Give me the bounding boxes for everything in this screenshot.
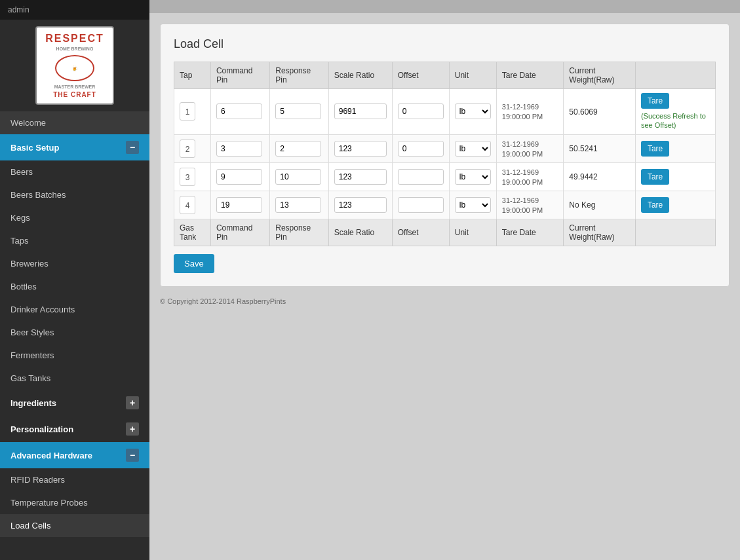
gas-tank-header-cell: Unit <box>449 219 496 246</box>
sidebar-item-bottles[interactable]: Bottles <box>0 275 149 298</box>
unit-select[interactable]: lbkg <box>455 197 491 213</box>
sidebar-item-kegs[interactable]: Kegs <box>0 206 149 229</box>
current-weight-cell: 49.9442 <box>564 162 636 191</box>
tap-cell: 1 <box>174 89 211 135</box>
col-tare-date: Tare Date <box>496 62 564 89</box>
response-pin-cell[interactable] <box>270 89 329 135</box>
page-title: Load Cell <box>174 37 716 51</box>
offset-cell[interactable] <box>392 89 449 135</box>
offset-cell[interactable] <box>392 134 449 162</box>
tare-button[interactable]: Tare <box>641 169 669 185</box>
col-command-pin: Command Pin <box>210 62 269 89</box>
tare-date-cell: 31-12-1969 19:00:00 PM <box>496 162 564 191</box>
command-pin-cell[interactable] <box>210 162 269 191</box>
sidebar-item-load-cells[interactable]: Load Cells <box>0 514 149 537</box>
unit-cell[interactable]: lbkg <box>449 191 496 219</box>
sidebar-section-personalization[interactable]: Personalization + <box>0 416 149 442</box>
load-cell-table: Tap Command Pin Response Pin Scale Ratio… <box>174 62 716 246</box>
command-pin-input[interactable] <box>216 197 262 213</box>
collapse-icon-2: − <box>126 449 139 462</box>
offset-cell[interactable] <box>392 162 449 191</box>
table-row: 4lbkg31-12-1969 19:00:00 PMNo KegTare <box>174 191 716 219</box>
top-bar <box>149 0 740 13</box>
table-row: 3lbkg31-12-1969 19:00:00 PM49.9442Tare <box>174 162 716 191</box>
sidebar-item-gas-tanks[interactable]: Gas Tanks <box>0 367 149 390</box>
collapse-icon: − <box>126 141 139 154</box>
response-pin-input[interactable] <box>275 103 321 119</box>
sidebar-item-beer-styles[interactable]: Beer Styles <box>0 321 149 344</box>
main-content: Load Cell Tap Command Pin Response Pin S… <box>149 0 740 560</box>
command-pin-cell[interactable] <box>210 89 269 135</box>
sidebar-item-breweries[interactable]: Breweries <box>0 252 149 275</box>
sidebar-item-beers[interactable]: Beers <box>0 160 149 183</box>
current-weight-cell: No Keg <box>564 191 636 219</box>
unit-select[interactable]: lbkg <box>455 103 491 119</box>
tare-date-cell: 31-12-1969 19:00:00 PM <box>496 134 564 162</box>
sidebar-item-drinker-accounts[interactable]: Drinker Accounts <box>0 298 149 321</box>
admin-label: admin <box>0 0 149 20</box>
command-pin-input[interactable] <box>216 169 262 185</box>
scale-ratio-cell[interactable] <box>328 191 392 219</box>
gas-tank-header-cell: Offset <box>392 219 449 246</box>
tap-cell: 2 <box>174 134 211 162</box>
tare-action-cell[interactable]: Tare <box>635 162 715 191</box>
offset-input[interactable] <box>398 169 444 185</box>
sidebar-item-rfid-readers[interactable]: RFID Readers <box>0 468 149 491</box>
sidebar: admin RESPECT HOME BREWING 🍺 MASTER BREW… <box>0 0 149 560</box>
save-button[interactable]: Save <box>174 254 214 273</box>
response-pin-input[interactable] <box>275 197 321 213</box>
scale-ratio-input[interactable] <box>334 197 387 213</box>
tare-action-cell[interactable]: Tare(Success Refresh to see Offset) <box>635 89 715 135</box>
offset-input[interactable] <box>398 141 444 157</box>
gas-tank-header-cell: Scale Ratio <box>328 219 392 246</box>
col-current-weight: Current Weight(Raw) <box>564 62 636 89</box>
gas-tank-header-row: Gas TankCommand PinResponse PinScale Rat… <box>174 219 716 246</box>
tare-button[interactable]: Tare <box>641 197 669 213</box>
current-weight-cell: 50.5241 <box>564 134 636 162</box>
sidebar-section-ingredients[interactable]: Ingredients + <box>0 390 149 416</box>
offset-input[interactable] <box>398 103 444 119</box>
scale-ratio-cell[interactable] <box>328 89 392 135</box>
table-row: 1lbkg31-12-1969 19:00:00 PM50.6069Tare(S… <box>174 89 716 135</box>
command-pin-input[interactable] <box>216 141 262 157</box>
gas-tank-header-cell: Response Pin <box>270 219 329 246</box>
response-pin-input[interactable] <box>275 141 321 157</box>
scale-ratio-input[interactable] <box>334 141 387 157</box>
sidebar-logo: RESPECT HOME BREWING 🍺 MASTER BREWER THE… <box>0 20 149 111</box>
tare-button[interactable]: Tare <box>641 93 669 109</box>
sidebar-item-fermenters[interactable]: Fermenters <box>0 344 149 367</box>
command-pin-cell[interactable] <box>210 134 269 162</box>
col-tare-action <box>635 62 715 89</box>
sidebar-item-welcome[interactable]: Welcome <box>0 111 149 134</box>
sidebar-item-taps[interactable]: Taps <box>0 229 149 252</box>
response-pin-input[interactable] <box>275 169 321 185</box>
unit-select[interactable]: lbkg <box>455 141 491 157</box>
table-row: 2lbkg31-12-1969 19:00:00 PM50.5241Tare <box>174 134 716 162</box>
unit-cell[interactable]: lbkg <box>449 134 496 162</box>
sidebar-section-advanced-hardware[interactable]: Advanced Hardware − <box>0 442 149 468</box>
tare-action-cell[interactable]: Tare <box>635 191 715 219</box>
sidebar-section-basic-setup[interactable]: Basic Setup − <box>0 134 149 160</box>
tare-button[interactable]: Tare <box>641 141 669 157</box>
unit-select[interactable]: lbkg <box>455 169 491 185</box>
response-pin-cell[interactable] <box>270 162 329 191</box>
tap-cell: 4 <box>174 191 211 219</box>
offset-input[interactable] <box>398 197 444 213</box>
load-cell-card: Load Cell Tap Command Pin Response Pin S… <box>160 24 730 287</box>
scale-ratio-input[interactable] <box>334 103 387 119</box>
offset-cell[interactable] <box>392 191 449 219</box>
response-pin-cell[interactable] <box>270 191 329 219</box>
expand-icon-2: + <box>126 422 139 436</box>
tare-action-cell[interactable]: Tare <box>635 134 715 162</box>
unit-cell[interactable]: lbkg <box>449 162 496 191</box>
command-pin-input[interactable] <box>216 103 262 119</box>
scale-ratio-cell[interactable] <box>328 162 392 191</box>
unit-cell[interactable]: lbkg <box>449 89 496 135</box>
sidebar-item-temperature-probes[interactable]: Temperature Probes <box>0 491 149 514</box>
current-weight-cell: 50.6069 <box>564 89 636 135</box>
scale-ratio-cell[interactable] <box>328 134 392 162</box>
sidebar-item-beers-batches[interactable]: Beers Batches <box>0 183 149 206</box>
command-pin-cell[interactable] <box>210 191 269 219</box>
scale-ratio-input[interactable] <box>334 169 387 185</box>
response-pin-cell[interactable] <box>270 134 329 162</box>
